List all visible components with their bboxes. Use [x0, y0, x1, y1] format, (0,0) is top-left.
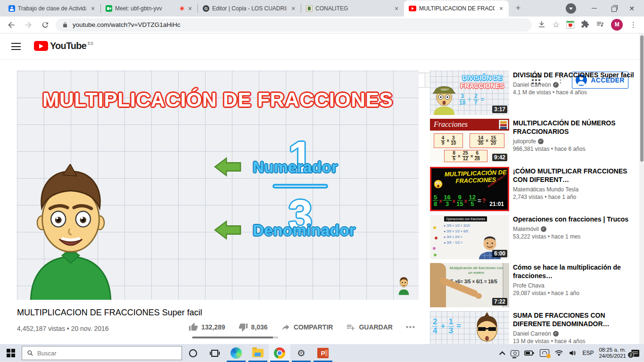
- cortana-button[interactable]: [182, 344, 204, 362]
- numerator-label: Numerador: [253, 158, 338, 176]
- system-tray: ESP 08:25 a. m. 24/05/2021 2: [501, 347, 644, 359]
- save-button[interactable]: GUARDAR: [346, 322, 393, 332]
- wifi-icon[interactable]: [554, 349, 563, 357]
- task-view-button[interactable]: [204, 344, 225, 362]
- project-screen-icon[interactable]: [540, 349, 549, 357]
- tab-meet[interactable]: Meet: ubf-gbtn-yvv ✕: [101, 0, 198, 16]
- sidebar-video-item[interactable]: Operaciones con fracciones ▸ 3/5 × 1/2 =…: [430, 215, 640, 259]
- save-label: GUARDAR: [359, 323, 393, 331]
- video-title: SUMA DE FRACCIONES CON DIFERENTE DENOMIN…: [513, 311, 636, 328]
- editor-icon: G: [203, 5, 209, 12]
- video-thumbnail: Fracciones 49 × 310 1435 × 1520 85 × 251…: [430, 119, 509, 163]
- video-player[interactable]: MULTIPLICACIÓN DE FRACCIONES 1 3 Numerad…: [17, 71, 419, 300]
- fraction-bar: [272, 184, 328, 189]
- scrollbar-track[interactable]: [639, 33, 644, 344]
- sidebar-video-item[interactable]: OBEY DIVISIÓN DE FRACCIONES 310 ÷ 27 = 3…: [430, 71, 640, 115]
- duration-badge: 7:22: [492, 298, 507, 305]
- video-meta: 53,222 vistas • hace 1 mes: [513, 233, 636, 240]
- person-torso: [430, 263, 446, 307]
- verified-icon: ✓: [541, 226, 546, 232]
- dislike-button[interactable]: 8,036: [239, 322, 268, 332]
- tab-close-icon[interactable]: ✕: [186, 5, 194, 12]
- taskbar-explorer[interactable]: [247, 344, 269, 362]
- adblock-extension-icon[interactable]: [566, 21, 574, 29]
- video-meta: 13 M de vistas • hace 4 años: [513, 338, 636, 345]
- install-icon[interactable]: [537, 20, 546, 30]
- lock-icon: [62, 22, 68, 28]
- file-explorer-icon: [252, 349, 264, 357]
- url-text: youtube.com/watch?v=VDTZG1aHiHc: [73, 21, 180, 28]
- windows-logo-icon: [7, 349, 15, 357]
- tab-title: MULTIPLICACION DE FRACCI: [419, 5, 495, 12]
- taskbar-search-input[interactable]: [37, 350, 169, 357]
- taskbar-chrome[interactable]: [269, 344, 290, 362]
- battery-icon[interactable]: [524, 348, 535, 358]
- video-title: Cómo se hace la multiplicación de fracci…: [513, 263, 636, 280]
- chrome-icon: [274, 347, 285, 359]
- browser-toolbar: youtube.com/watch?v=VDTZG1aHiHc ☆ M ⋮: [0, 16, 644, 33]
- reload-button[interactable]: [39, 18, 52, 32]
- camera-tray-icon[interactable]: [511, 350, 519, 356]
- sidebar-video-item[interactable]: Multiplicación de fracciones con un ente…: [430, 263, 640, 307]
- taskbar-powerpoint[interactable]: P: [312, 344, 334, 362]
- taskbar-search[interactable]: [22, 346, 182, 360]
- bookmark-star-icon[interactable]: ☆: [553, 20, 560, 30]
- media-controls-icon[interactable]: [596, 20, 604, 30]
- language-indicator[interactable]: ESP: [582, 350, 594, 356]
- tab-title: Meet: ubf-gbtn-yvv: [115, 5, 177, 12]
- tab-conaliteg[interactable]: CONALITEG ✕: [301, 0, 404, 16]
- tab-close-icon[interactable]: ✕: [497, 5, 505, 12]
- menu-hamburger-icon[interactable]: [11, 43, 21, 50]
- sidebar-video-item[interactable]: Fracciones 49 × 310 1435 × 1520 85 × 251…: [430, 119, 640, 163]
- youtube-logo[interactable]: YouTube ES: [34, 41, 93, 51]
- channel-name: Matemóvil: [513, 226, 539, 232]
- video-thumbnail: MULTIPLICACIÓN DE FRACCIONES MUNDO TESLA…: [430, 167, 509, 211]
- browser-avatar[interactable]: M: [611, 19, 623, 31]
- taskbar-edge[interactable]: [225, 344, 247, 362]
- cartoon-boy-cap-icon: OBEY: [431, 81, 457, 115]
- start-button[interactable]: [0, 344, 22, 362]
- taskbar-settings[interactable]: ⚙: [290, 344, 312, 362]
- sidebar-video-item[interactable]: MULTIPLICACIÓN DE FRACCIONES MUNDO TESLA…: [430, 167, 640, 211]
- speaker-icon[interactable]: [569, 349, 577, 357]
- tab-youtube-active[interactable]: MULTIPLICACION DE FRACCI ✕: [404, 0, 509, 16]
- extensions-puzzle-icon[interactable]: [581, 20, 589, 30]
- address-bar[interactable]: youtube.com/watch?v=VDTZG1aHiHc: [56, 18, 532, 32]
- thumb-up-icon: [189, 322, 198, 332]
- tray-expand-icon[interactable]: [499, 351, 505, 357]
- like-button[interactable]: 132,289: [189, 322, 225, 332]
- dislike-count: 8,036: [251, 323, 268, 331]
- like-ratio-bar: [192, 337, 278, 338]
- window-close-button[interactable]: ✕: [622, 0, 641, 16]
- tab-close-icon[interactable]: ✕: [289, 5, 297, 12]
- video-meta: 29,087 vistas • hace 1 año: [513, 290, 636, 296]
- back-button[interactable]: [5, 18, 18, 32]
- tab-title: Editor | Copia - LOS CUADRIL: [212, 5, 287, 12]
- video-title: MULTIPLICACIÓN DE NÚMEROS FRACCIONARIOS: [513, 119, 636, 136]
- more-actions-button[interactable]: •••: [406, 323, 416, 331]
- tab-close-icon[interactable]: ✕: [393, 5, 400, 12]
- shocked-emoji-icon: [434, 180, 443, 189]
- share-label: COMPARTIR: [294, 323, 333, 331]
- tab-classroom[interactable]: Trabajo de clase de Actividad ✕: [4, 0, 100, 16]
- taskbar-clock[interactable]: 08:25 a. m. 24/05/2021: [599, 347, 626, 359]
- browser-profile-chevron-icon[interactable]: [566, 3, 576, 14]
- video-thumbnail: OBEY DIVISIÓN DE FRACCIONES 310 ÷ 27 = 3…: [430, 71, 509, 115]
- more-icon: •••: [406, 323, 416, 331]
- window-restore-button[interactable]: [603, 0, 622, 16]
- tab-close-icon[interactable]: ✕: [89, 5, 97, 12]
- browser-menu-icon[interactable]: ⋮: [629, 20, 637, 29]
- video-thumbnail: Multiplicación de fracciones con un ente…: [430, 263, 509, 307]
- green-arrow-icon: [214, 220, 241, 240]
- scrollbar-thumb[interactable]: [640, 35, 644, 162]
- share-button[interactable]: COMPARTIR: [281, 322, 333, 332]
- video-meta: 2,743 vistas • hace 1 año: [513, 194, 636, 200]
- forward-button[interactable]: [22, 18, 35, 32]
- window-minimize-button[interactable]: [585, 0, 603, 16]
- new-tab-button[interactable]: +: [512, 2, 525, 15]
- verified-icon: ✓: [553, 331, 559, 337]
- youtube-icon: [409, 6, 416, 11]
- action-center-icon[interactable]: 2: [631, 350, 639, 357]
- task-view-icon: [211, 350, 218, 357]
- tab-editor[interactable]: G Editor | Copia - LOS CUADRIL ✕: [198, 0, 301, 16]
